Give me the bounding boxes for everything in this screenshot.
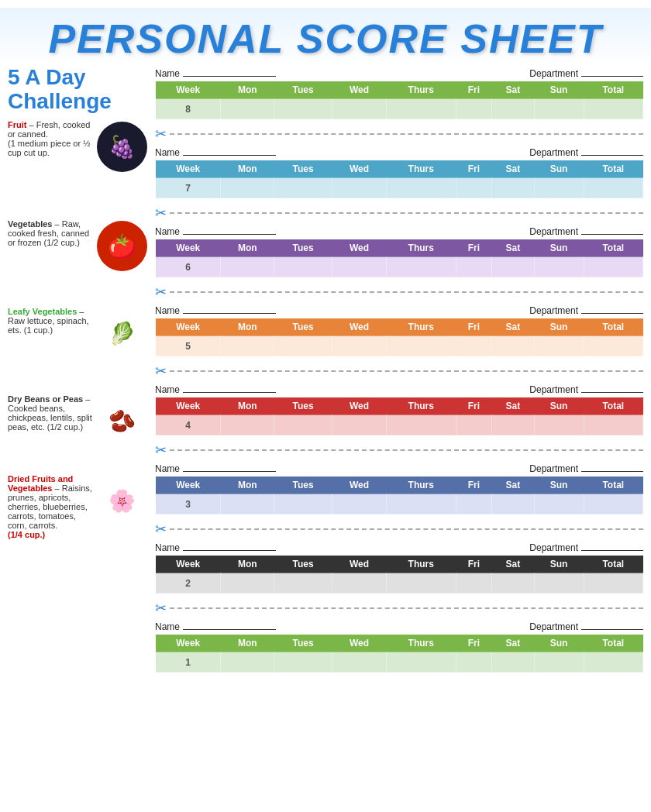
cell-6-tues[interactable] [274, 257, 332, 277]
cell-8-mon[interactable] [221, 99, 274, 119]
cell-2-sat[interactable] [492, 573, 534, 594]
cell-8-sun[interactable] [534, 99, 584, 119]
leafy-icon: 🥬 [97, 308, 147, 359]
cell-5-fri[interactable] [456, 336, 491, 356]
col-fri-5: Fri [456, 318, 491, 336]
name-underline-4[interactable] [183, 382, 276, 393]
dept-field-8: Department [529, 66, 643, 79]
cell-1-sat[interactable] [492, 652, 534, 673]
cell-7-sat[interactable] [492, 178, 534, 198]
cell-7-tues[interactable] [274, 178, 332, 198]
col-fri-3: Fri [456, 477, 491, 494]
cell-3-wed[interactable] [332, 494, 386, 514]
cell-4-total[interactable] [584, 415, 642, 435]
name-label-8: Name [155, 68, 180, 79]
table-2: Week Mon Tues Wed Thurs Fri Sat Sun Tota… [155, 556, 643, 594]
dept-underline-5[interactable] [581, 303, 643, 314]
cell-6-sat[interactable] [492, 257, 534, 277]
cell-1-wed[interactable] [332, 652, 386, 673]
cell-8-thurs[interactable] [386, 99, 456, 119]
name-underline-5[interactable] [183, 303, 276, 314]
cell-4-mon[interactable] [221, 415, 274, 435]
cell-2-tues[interactable] [274, 573, 332, 594]
name-underline-3[interactable] [183, 461, 276, 472]
name-underline-7[interactable] [183, 145, 276, 156]
dept-underline-8[interactable] [581, 66, 643, 77]
name-underline-8[interactable] [183, 66, 276, 77]
cell-3-thurs[interactable] [386, 494, 456, 514]
cell-2-sun[interactable] [534, 573, 584, 594]
cell-4-sat[interactable] [492, 415, 534, 435]
dept-underline-1[interactable] [581, 619, 643, 630]
cell-6-fri[interactable] [456, 257, 491, 277]
cell-7-fri[interactable] [456, 178, 491, 198]
score-block-6: Name Department Week Mon Tues W [155, 224, 643, 277]
cell-3-tues[interactable] [274, 494, 332, 514]
cell-4-sun[interactable] [534, 415, 584, 435]
cell-1-mon[interactable] [221, 652, 274, 673]
dept-label-6: Department [529, 226, 578, 237]
cell-4-tues[interactable] [274, 415, 332, 435]
col-sat-2: Sat [492, 556, 534, 573]
cell-5-wed[interactable] [332, 336, 386, 356]
cell-1-fri[interactable] [456, 652, 491, 673]
name-underline-6[interactable] [183, 224, 276, 235]
cell-3-total[interactable] [584, 494, 642, 514]
cell-7-total[interactable] [584, 178, 642, 198]
cell-7-thurs[interactable] [386, 178, 456, 198]
cell-6-wed[interactable] [332, 257, 386, 277]
name-label-1: Name [155, 621, 180, 632]
cell-6-total[interactable] [584, 257, 642, 277]
cell-6-sun[interactable] [534, 257, 584, 277]
scissor-row-7: ✂ [155, 205, 643, 222]
dept-underline-4[interactable] [581, 382, 643, 393]
cell-1-thurs[interactable] [386, 652, 456, 673]
cell-2-mon[interactable] [221, 573, 274, 594]
cell-3-fri[interactable] [456, 494, 491, 514]
cell-8-wed[interactable] [332, 99, 386, 119]
cell-5-thurs[interactable] [386, 336, 456, 356]
name-dept-6: Name Department [155, 224, 643, 237]
score-block-1: Name Department Week Mon Tues W [155, 619, 643, 673]
cell-1-tues[interactable] [274, 652, 332, 673]
cell-7-mon[interactable] [221, 178, 274, 198]
cell-7-sun[interactable] [534, 178, 584, 198]
cell-5-mon[interactable] [221, 336, 274, 356]
name-underline-2[interactable] [183, 540, 276, 551]
cell-8-total[interactable] [584, 99, 642, 119]
col-thurs-1: Thurs [386, 635, 456, 652]
cell-2-total[interactable] [584, 573, 642, 594]
dept-underline-3[interactable] [581, 461, 643, 472]
cell-5-sat[interactable] [492, 336, 534, 356]
col-sun-2: Sun [534, 556, 584, 573]
cell-8-fri[interactable] [456, 99, 491, 119]
cell-1-total[interactable] [584, 652, 642, 673]
name-underline-1[interactable] [183, 619, 276, 630]
cell-1-sun[interactable] [534, 652, 584, 673]
cell-4-fri[interactable] [456, 415, 491, 435]
cell-3-mon[interactable] [221, 494, 274, 514]
dept-underline-6[interactable] [581, 224, 643, 235]
cell-8-tues[interactable] [274, 99, 332, 119]
col-mon-4: Mon [221, 397, 274, 415]
col-wed-1: Wed [332, 635, 386, 652]
col-fri-7: Fri [456, 160, 491, 178]
cell-2-wed[interactable] [332, 573, 386, 594]
cell-2-fri[interactable] [456, 573, 491, 594]
cell-5-tues[interactable] [274, 336, 332, 356]
cell-7-wed[interactable] [332, 178, 386, 198]
cell-5-total[interactable] [584, 336, 642, 356]
cell-5-sun[interactable] [534, 336, 584, 356]
cell-3-sun[interactable] [534, 494, 584, 514]
cell-4-thurs[interactable] [386, 415, 456, 435]
dept-underline-2[interactable] [581, 540, 643, 551]
cell-4-wed[interactable] [332, 415, 386, 435]
col-mon-5: Mon [221, 318, 274, 336]
cell-2-thurs[interactable] [386, 573, 456, 594]
cell-6-thurs[interactable] [386, 257, 456, 277]
dept-underline-7[interactable] [581, 145, 643, 156]
cell-3-sat[interactable] [492, 494, 534, 514]
dashed-line-6 [170, 291, 643, 293]
cell-8-sat[interactable] [492, 99, 534, 119]
cell-6-mon[interactable] [221, 257, 274, 277]
